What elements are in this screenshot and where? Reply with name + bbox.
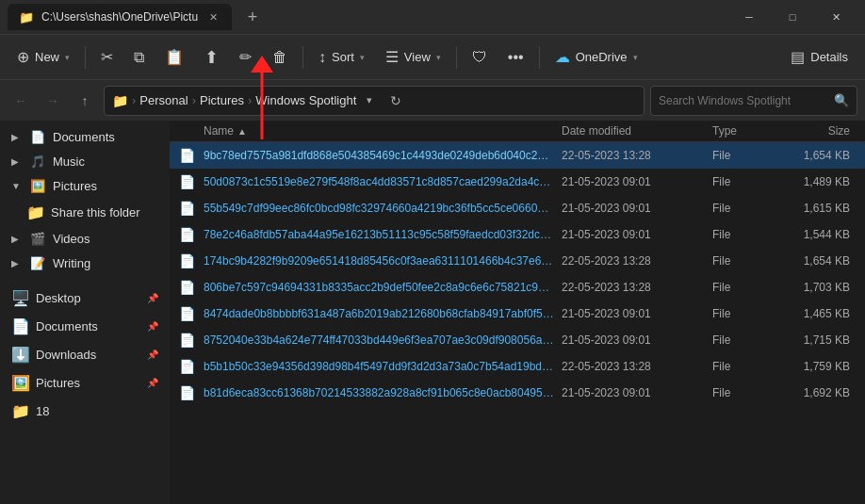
file-type: File [705, 254, 780, 268]
view-button[interactable]: ☰ View ▾ [376, 41, 450, 74]
rename-button[interactable]: ✏ [230, 41, 261, 74]
breadcrumb-dropdown-button[interactable]: ▾ [360, 88, 379, 114]
maximize-button[interactable]: □ [771, 0, 814, 34]
file-icon: 📄 [170, 174, 204, 189]
file-date: 21-05-2023 09:01 [554, 333, 705, 347]
sidebar-item-pictures[interactable]: ▼ 🖼️ Pictures [4, 174, 166, 198]
back-button[interactable]: ← [8, 88, 34, 114]
close-button[interactable]: ✕ [814, 0, 857, 34]
size-column-header[interactable]: Size [780, 124, 865, 138]
file-date: 22-05-2023 13:28 [554, 149, 705, 162]
table-row[interactable]: 📄 b5b1b50c33e94356d398d98b4f5497dd9f3d2d… [170, 353, 865, 380]
view-label: View [404, 50, 431, 64]
sort-button[interactable]: ↕ Sort ▾ [309, 41, 374, 74]
search-box[interactable]: 🔍 [650, 86, 857, 116]
file-date: 21-05-2023 09:01 [554, 307, 705, 320]
tab-folder-icon: 📁 [19, 10, 34, 24]
onedrive-icon: ☁ [555, 48, 570, 66]
sidebar-item-pictures-pinned[interactable]: 🖼️ Pictures 📌 [4, 369, 166, 397]
sidebar-item-documents-pinned[interactable]: 📄 Documents 📌 [4, 313, 166, 340]
more-button[interactable]: ••• [498, 41, 533, 74]
desktop-icon: 🖥️ [11, 289, 28, 307]
forward-button[interactable]: → [40, 88, 66, 114]
up-button[interactable]: ↑ [72, 88, 98, 114]
details-icon: ▤ [791, 48, 805, 66]
refresh-button[interactable]: ↻ [383, 88, 409, 114]
breadcrumb-pictures[interactable]: Pictures [200, 93, 244, 107]
table-row[interactable]: 📄 50d0873c1c5519e8e279f548f8ac4dd83571c8… [170, 169, 865, 195]
new-button[interactable]: ⊕ New ▾ [8, 41, 79, 74]
minimize-button[interactable]: ─ [727, 0, 771, 34]
paste-button[interactable]: 📋 [155, 41, 193, 74]
sidebar-item-music[interactable]: ▶ 🎵 Music [4, 150, 166, 173]
sidebar-item-18[interactable]: 📁 18 [4, 398, 166, 425]
music-chevron-icon: ▶ [11, 156, 23, 167]
table-row[interactable]: 📄 78e2c46a8fdb57aba44a95e16213b51113c95c… [170, 221, 865, 248]
delete-button[interactable]: 🗑 [263, 41, 297, 74]
table-row[interactable]: 📄 55b549c7df99eec86fc0bcd98fc32974660a42… [170, 195, 865, 221]
music-icon: 🎵 [30, 154, 45, 169]
file-icon: 📄 [170, 385, 204, 400]
title-bar: 📁 C:\Users\shash\OneDrive\Pictu ✕ + ─ □ … [0, 0, 865, 34]
breadcrumb-folder-icon: 📁 [112, 93, 128, 108]
file-rows-container: 📄 9bc78ed7575a981dfd868e504385469c1c4493… [170, 142, 865, 406]
date-column-header[interactable]: Date modified [554, 124, 705, 138]
sidebar-item-desktop[interactable]: 🖥️ Desktop 📌 [4, 285, 166, 312]
main-layout: ▶ 📄 Documents ▶ 🎵 Music ▼ 🖼️ Pictures 📁 … [0, 121, 865, 504]
file-date: 21-05-2023 09:01 [554, 175, 705, 188]
file-icon: 📄 [170, 280, 204, 295]
sort-label: Sort [332, 50, 354, 64]
cut-button[interactable]: ✂ [91, 41, 122, 74]
file-name: 9bc78ed7575a981dfd868e504385469c1c4493de… [204, 149, 554, 162]
tab-close-button[interactable]: ✕ [205, 9, 220, 24]
onedrive-chevron-icon: ▾ [633, 53, 638, 62]
copy-button[interactable]: ⧉ [124, 41, 154, 74]
file-name: 55b549c7df99eec86fc0bcd98fc32974660a4219… [204, 202, 554, 215]
file-type: File [705, 228, 780, 241]
security-icon: 🛡 [472, 49, 487, 66]
sidebar-item-share-folder[interactable]: 📁 Share this folder [4, 199, 166, 226]
file-type: File [705, 333, 780, 347]
name-sort-arrow: ▲ [237, 126, 247, 137]
copy-icon: ⧉ [134, 49, 144, 66]
search-input[interactable] [659, 94, 828, 107]
table-row[interactable]: 📄 b81d6eca83cc61368b70214533882a928a8cf9… [170, 380, 865, 406]
file-icon: 📄 [170, 201, 204, 216]
sidebar-item-documents[interactable]: ▶ 📄 Documents [4, 125, 166, 149]
cut-icon: ✂ [101, 48, 113, 66]
details-button[interactable]: ▤ Details [781, 41, 857, 74]
table-row[interactable]: 📄 8474dade0b8bbbbf631a487a6b2019ab212680… [170, 301, 865, 327]
file-name: 806be7c597c94694331b8335acc2b9def50fee2c… [204, 281, 554, 294]
table-row[interactable]: 📄 8752040e33b4a624e774ff47033bd449e6f3ea… [170, 327, 865, 353]
file-type: File [705, 175, 780, 188]
file-size: 1,692 KB [780, 386, 865, 399]
file-type: File [705, 307, 780, 320]
sidebar-item-videos[interactable]: ▶ 🎬 Videos [4, 227, 166, 251]
breadcrumb-personal[interactable]: Personal [139, 93, 188, 107]
share-button[interactable]: ⬆ [195, 41, 228, 74]
breadcrumb[interactable]: 📁 › Personal › Pictures › Windows Spotli… [104, 86, 645, 116]
window-controls: ─ □ ✕ [727, 0, 857, 34]
file-icon: 📄 [170, 359, 204, 374]
paste-icon: 📋 [165, 48, 184, 66]
sidebar: ▶ 📄 Documents ▶ 🎵 Music ▼ 🖼️ Pictures 📁 … [0, 121, 170, 504]
sidebar-item-writing[interactable]: ▶ 📝 Writing [4, 252, 166, 275]
sidebar-item-downloads[interactable]: ⬇️ Downloads 📌 [4, 341, 166, 368]
new-tab-button[interactable]: + [239, 4, 266, 30]
pictures-pinned-icon: 🖼️ [11, 374, 28, 392]
table-row[interactable]: 📄 806be7c597c94694331b8335acc2b9def50fee… [170, 274, 865, 301]
delete-icon: 🗑 [272, 49, 287, 66]
pictures-pin-icon: 📌 [147, 378, 158, 388]
type-column-header[interactable]: Type [705, 124, 780, 138]
security-button[interactable]: 🛡 [463, 41, 497, 74]
file-size: 1,703 KB [780, 281, 865, 294]
onedrive-button[interactable]: ☁ OneDrive ▾ [546, 41, 647, 74]
active-tab[interactable]: 📁 C:\Users\shash\OneDrive\Pictu ✕ [8, 4, 232, 30]
name-column-header[interactable]: Name ▲ [170, 124, 554, 138]
table-row[interactable]: 📄 9bc78ed7575a981dfd868e504385469c1c4493… [170, 142, 865, 169]
more-icon: ••• [508, 49, 524, 66]
file-icon: 📄 [170, 227, 204, 242]
table-row[interactable]: 📄 174bc9b4282f9b9209e651418d85456c0f3aea… [170, 248, 865, 274]
file-name: b5b1b50c33e94356d398d98b4f5497dd9f3d2d3a… [204, 360, 554, 373]
breadcrumb-windows-spotlight[interactable]: Windows Spotlight [255, 93, 356, 107]
